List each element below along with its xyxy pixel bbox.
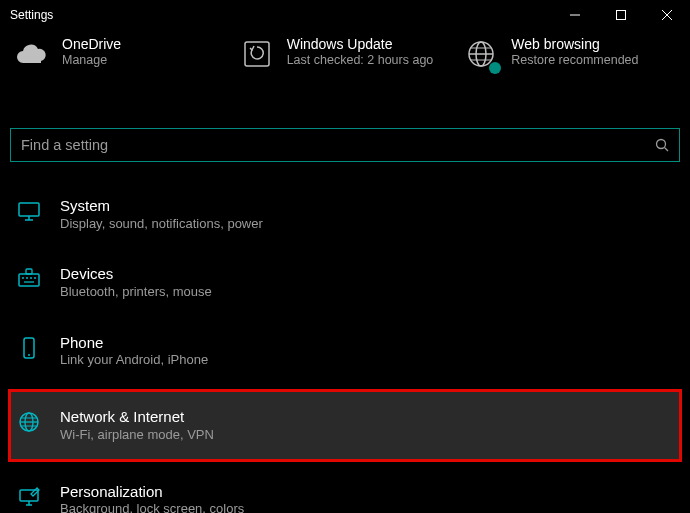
header-tiles: OneDrive Manage Windows Update Last chec… xyxy=(0,30,690,98)
category-title: System xyxy=(60,196,263,216)
category-sub: Bluetooth, printers, mouse xyxy=(60,284,212,301)
category-title: Personalization xyxy=(60,482,244,502)
status-dot-icon xyxy=(489,62,501,74)
category-title: Network & Internet xyxy=(60,407,214,427)
keyboard-icon xyxy=(16,266,42,292)
maximize-button[interactable] xyxy=(598,0,644,30)
close-button[interactable] xyxy=(644,0,690,30)
category-devices[interactable]: Devices Bluetooth, printers, mouse xyxy=(10,254,680,310)
phone-icon xyxy=(16,335,42,361)
svg-rect-12 xyxy=(19,203,39,216)
category-phone[interactable]: Phone Link your Android, iPhone xyxy=(10,323,680,379)
tile-sub: Restore recommended xyxy=(511,52,638,68)
category-system[interactable]: System Display, sound, notifications, po… xyxy=(10,186,680,242)
tile-web-browsing[interactable]: Web browsing Restore recommended xyxy=(459,30,680,78)
category-title: Phone xyxy=(60,333,208,353)
svg-point-10 xyxy=(657,140,666,149)
category-sub: Background, lock screen, colors xyxy=(60,501,244,513)
category-list: System Display, sound, notifications, po… xyxy=(10,186,680,513)
category-sub: Link your Android, iPhone xyxy=(60,352,208,369)
svg-rect-4 xyxy=(245,42,269,66)
tile-title: Windows Update xyxy=(287,36,434,52)
globe-icon xyxy=(16,409,42,435)
globe-icon xyxy=(463,36,499,72)
monitor-icon xyxy=(16,198,42,224)
search-input[interactable] xyxy=(21,137,655,153)
svg-rect-15 xyxy=(19,274,39,286)
minimize-button[interactable] xyxy=(552,0,598,30)
window-title: Settings xyxy=(10,8,53,22)
update-icon xyxy=(239,36,275,72)
tile-onedrive[interactable]: OneDrive Manage xyxy=(10,30,231,78)
category-title: Devices xyxy=(60,264,212,284)
tile-windows-update[interactable]: Windows Update Last checked: 2 hours ago xyxy=(235,30,456,78)
svg-rect-1 xyxy=(617,11,626,20)
category-personalization[interactable]: Personalization Background, lock screen,… xyxy=(10,472,680,513)
svg-point-23 xyxy=(28,354,30,356)
search-box[interactable] xyxy=(10,128,680,162)
paintbrush-icon xyxy=(16,484,42,510)
tile-title: OneDrive xyxy=(62,36,121,52)
category-sub: Display, sound, notifications, power xyxy=(60,216,263,233)
category-network[interactable]: Network & Internet Wi-Fi, airplane mode,… xyxy=(10,391,680,459)
svg-line-11 xyxy=(665,148,669,152)
tile-sub: Last checked: 2 hours ago xyxy=(287,52,434,68)
titlebar: Settings xyxy=(0,0,690,30)
svg-rect-29 xyxy=(20,490,38,501)
tile-title: Web browsing xyxy=(511,36,638,52)
tile-sub: Manage xyxy=(62,52,121,68)
category-sub: Wi-Fi, airplane mode, VPN xyxy=(60,427,214,444)
search-icon xyxy=(655,138,669,152)
cloud-icon xyxy=(14,36,50,72)
